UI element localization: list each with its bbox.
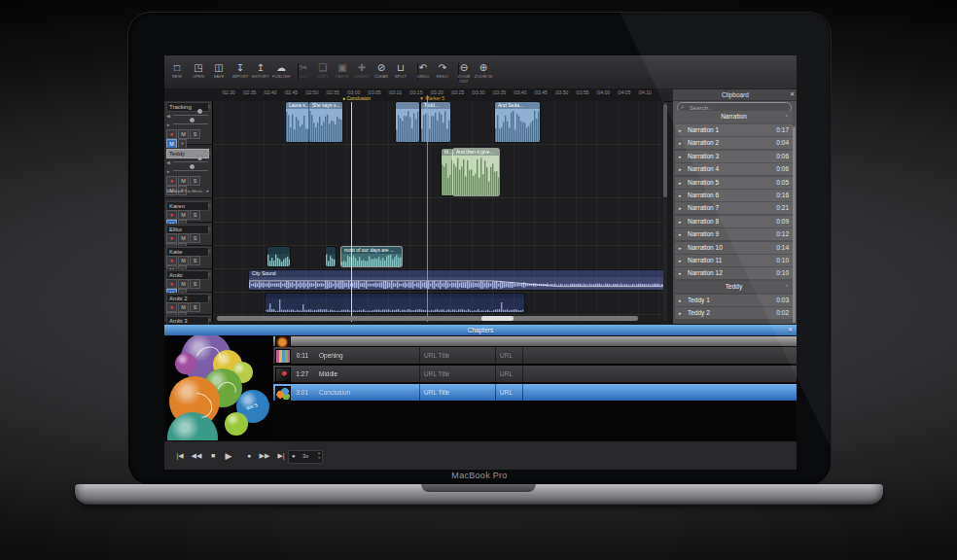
- record-arm-button[interactable]: ●: [166, 233, 177, 243]
- video-preview[interactable]: We S: [166, 335, 273, 440]
- copy-button[interactable]: ❏COPY: [312, 62, 334, 79]
- skip-end-button[interactable]: ▶|: [273, 448, 289, 464]
- mute-button[interactable]: M: [178, 256, 189, 265]
- track-header-teddy[interactable]: Teddy≡◀●●MSM▼MacBook Pro Micro... ▾: [164, 148, 212, 198]
- mute-button[interactable]: M: [178, 176, 189, 186]
- stop-button[interactable]: ■: [205, 448, 221, 464]
- undo-button[interactable]: ↶UNDO: [412, 62, 434, 79]
- play-icon[interactable]: ▸: [679, 202, 682, 215]
- pan-slider[interactable]: ●: [166, 166, 210, 175]
- fast-forward-button[interactable]: ▶▶: [257, 448, 272, 464]
- clipboard-item[interactable]: ▸Narration 50:05: [675, 177, 793, 189]
- audio-clip[interactable]: [326, 247, 336, 266]
- record-arm-button[interactable]: ●: [166, 210, 177, 220]
- track-header-ambi[interactable]: Ambi≡●MSM▼: [164, 269, 212, 293]
- volume-knob[interactable]: [197, 109, 202, 114]
- record-arm-button[interactable]: ●: [166, 302, 177, 312]
- chapter-row-conclusion[interactable]: 3:01ConclusionURL TitleURL: [273, 384, 797, 402]
- solo-button[interactable]: S: [190, 302, 200, 312]
- clipboard-item[interactable]: ▸Narration 40:06: [675, 163, 793, 175]
- audio-clip[interactable]: [267, 247, 290, 266]
- play-icon[interactable]: ▸: [679, 177, 682, 190]
- clipboard-group-narration[interactable]: Narration⌃: [675, 111, 793, 122]
- record-button[interactable]: ●: [241, 448, 257, 464]
- chapter-row-opening[interactable]: 0:11OpeningURL TitleURL: [273, 347, 797, 366]
- solo-button[interactable]: S: [190, 256, 200, 265]
- clipboard-group-teddy[interactable]: Teddy⌃: [675, 281, 793, 293]
- play-icon[interactable]: ▸: [679, 124, 682, 137]
- play-button[interactable]: ▶: [221, 448, 236, 464]
- play-icon[interactable]: ▸: [679, 228, 682, 241]
- speed-stepper[interactable]: ▴▾: [318, 451, 320, 461]
- solo-button[interactable]: S: [190, 210, 200, 220]
- audio-clip[interactable]: Tedd...: [421, 102, 450, 142]
- chapter-row-middle[interactable]: 1:27MiddleURL TitleURL: [273, 366, 797, 384]
- play-icon[interactable]: ▸: [679, 137, 682, 150]
- playhead-line[interactable]: [351, 102, 352, 322]
- save-button[interactable]: ◫SAVE: [208, 62, 230, 79]
- zoom-out-button[interactable]: ⊖ZOOM OUT: [453, 62, 475, 84]
- clipboard-item[interactable]: ▸Narration 30:06: [675, 151, 793, 162]
- close-icon[interactable]: ✕: [788, 325, 793, 335]
- clipboard-item[interactable]: ▸Narration 120:10: [675, 267, 793, 279]
- collapse-chevron-icon[interactable]: ⌃: [785, 111, 789, 122]
- play-icon[interactable]: ▸: [679, 255, 682, 267]
- track-header-tracking[interactable]: Tracking≡◀●●MSM▼: [164, 101, 212, 145]
- solo-button[interactable]: S: [190, 233, 200, 243]
- cut-button[interactable]: ✂CUT: [293, 62, 314, 79]
- play-icon[interactable]: ▸: [679, 242, 682, 255]
- timeline-vertical-scrollbar[interactable]: [663, 102, 667, 321]
- play-icon[interactable]: ▸: [679, 307, 682, 320]
- volume-knob[interactable]: [197, 156, 202, 160]
- mute-button[interactable]: M: [178, 233, 189, 243]
- new-button[interactable]: □NEW: [166, 62, 188, 79]
- solo-button[interactable]: S: [190, 129, 200, 139]
- play-icon[interactable]: ▸: [679, 163, 682, 176]
- paste-button[interactable]: ▣PASTE: [332, 62, 353, 79]
- solo-button[interactable]: S: [190, 176, 200, 186]
- volume-slider[interactable]: ◀: [166, 111, 210, 120]
- volume-slider[interactable]: ◀: [166, 158, 210, 166]
- timeline[interactable]: Laura s...She says s...Tedd...And Seda..…: [213, 101, 664, 322]
- close-icon[interactable]: ✕: [790, 89, 795, 100]
- rewind-button[interactable]: ◀◀: [189, 448, 204, 464]
- track-header-karen[interactable]: Karen≡●MSM▼: [164, 200, 212, 223]
- record-arm-button[interactable]: ●: [166, 129, 177, 139]
- track-header-ambi-2[interactable]: Ambi 2≡●MSM▼: [164, 293, 212, 315]
- clear-button[interactable]: ⊘CLEAR: [371, 62, 392, 79]
- split-button[interactable]: ⊔SPLIT: [390, 62, 411, 79]
- clipboard-item[interactable]: ▸Narration 100:14: [675, 242, 793, 254]
- record-arm-button[interactable]: ●: [166, 279, 177, 289]
- clipboard-item[interactable]: ▸Narration 110:10: [675, 255, 793, 266]
- pan-knob[interactable]: [190, 164, 195, 169]
- play-icon[interactable]: ▸: [679, 295, 682, 307]
- redo-button[interactable]: ↷REDO: [432, 62, 453, 79]
- input-device-selector[interactable]: MacBook Pro Micro... ▾: [166, 188, 210, 195]
- timeline-horizontal-scrollbar[interactable]: [217, 316, 638, 321]
- zoom-in-button[interactable]: ⊕ZOOM IN: [473, 62, 494, 79]
- play-icon[interactable]: ▸: [679, 151, 682, 163]
- collapse-chevron-icon[interactable]: ⌃: [785, 281, 789, 293]
- clipboard-item[interactable]: ▸Teddy 20:02: [675, 307, 793, 319]
- chapters-header[interactable]: Chapters ✕: [164, 325, 797, 335]
- clipboard-item[interactable]: ▸Narration 60:16: [675, 190, 793, 201]
- clipboard-item[interactable]: ▸Narration 80:09: [675, 216, 793, 228]
- mute-button[interactable]: M: [178, 279, 189, 289]
- record-arm-button[interactable]: ●: [166, 256, 177, 265]
- track-header-katie[interactable]: Katie≡●MSM▼: [164, 246, 212, 269]
- export-button[interactable]: ↥EXPORT: [250, 62, 271, 79]
- audio-clip[interactable]: [396, 102, 419, 142]
- solo-button[interactable]: S: [190, 279, 200, 289]
- import-button[interactable]: ↧IMPORT: [230, 62, 251, 79]
- pan-slider[interactable]: ●: [166, 120, 210, 128]
- track-header-elliot[interactable]: Elliot≡●MSM▼: [164, 224, 212, 246]
- skip-start-button[interactable]: |◀: [172, 448, 188, 464]
- clipboard-item[interactable]: ▸Narration 70:21: [675, 202, 793, 214]
- clipboard-item[interactable]: ▸Teddy 10:03: [675, 295, 793, 306]
- track-header-ambi-3[interactable]: Ambi 3≡: [164, 315, 212, 323]
- record-arm-button[interactable]: ●: [166, 176, 177, 186]
- open-button[interactable]: ◳OPEN: [188, 62, 209, 79]
- mute-button[interactable]: M: [178, 302, 189, 312]
- chapter-header-row[interactable]: [273, 336, 797, 346]
- clipboard-item[interactable]: ▸Narration 10:17: [675, 124, 793, 136]
